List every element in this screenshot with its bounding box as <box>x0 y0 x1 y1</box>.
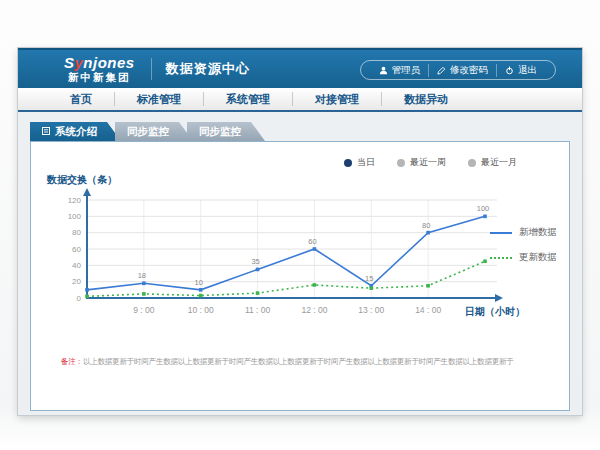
svg-text:60: 60 <box>308 237 316 246</box>
radio-label: 当日 <box>357 156 375 169</box>
chart-area: 0204060801001209 : 0010 : 0011 : 0012 : … <box>45 186 515 326</box>
main-nav: 首页 标准管理 系统管理 对接管理 数据异动 <box>18 88 582 112</box>
radio-unselected-icon <box>468 159 476 167</box>
radio-last-month[interactable]: 最近一月 <box>468 156 517 169</box>
legend-item-new-data[interactable]: 新增数据 <box>490 226 557 239</box>
nav-item-home[interactable]: 首页 <box>48 92 114 106</box>
document-icon <box>42 122 50 141</box>
nav-item-interface-mgmt[interactable]: 对接管理 <box>292 92 381 106</box>
dotted-line-swatch <box>490 257 512 259</box>
svg-text:15: 15 <box>365 274 373 283</box>
nav-item-system-mgmt[interactable]: 系统管理 <box>203 92 292 106</box>
nav-item-standard-mgmt[interactable]: 标准管理 <box>114 92 203 106</box>
svg-text:13 : 00: 13 : 00 <box>358 305 384 315</box>
change-password-button[interactable]: 修改密码 <box>428 64 496 77</box>
user-label: 管理员 <box>392 64 421 77</box>
svg-text:100: 100 <box>477 204 490 213</box>
line-chart: 0204060801001209 : 0010 : 0011 : 0012 : … <box>45 186 515 326</box>
legend-label: 更新数据 <box>519 251 557 264</box>
app-header: Synjones 新中新集团 数据资源中心 管理员 修改密码 <box>18 48 582 88</box>
chart-legend: 新增数据 更新数据 <box>490 226 557 264</box>
solid-line-swatch <box>490 232 512 234</box>
svg-text:100: 100 <box>68 212 82 221</box>
header-divider <box>151 58 152 80</box>
content-panel: 当日 最近一周 最近一月 数据交换（条） 0204060801001209 : … <box>30 141 570 411</box>
logo-wordmark: Synjones <box>64 55 135 70</box>
page-title: 数据资源中心 <box>166 60 250 78</box>
power-icon <box>505 66 514 75</box>
tab-bar: 系统介绍 同步监控 同步监控 <box>30 122 265 141</box>
svg-text:10: 10 <box>195 278 203 287</box>
page-background: Synjones 新中新集团 数据资源中心 管理员 修改密码 <box>0 0 600 450</box>
svg-text:0: 0 <box>77 294 82 303</box>
tab-label: 同步监控 <box>199 122 241 141</box>
tab-label: 系统介绍 <box>55 122 97 141</box>
edit-icon <box>437 66 446 75</box>
svg-text:12 : 00: 12 : 00 <box>301 305 327 315</box>
svg-text:20: 20 <box>72 277 81 286</box>
footer-note: 备注：以上数据更新于时间产生数据以上数据更新于时间产生数据以上数据更新于时间产生… <box>61 357 555 367</box>
svg-text:80: 80 <box>72 228 81 237</box>
logo-subtitle: 新中新集团 <box>68 72 131 83</box>
tab-system-intro[interactable]: 系统介绍 <box>30 122 121 141</box>
svg-text:40: 40 <box>72 261 81 270</box>
tab-sync-monitor-2[interactable]: 同步监控 <box>187 122 265 141</box>
user-toolbar: 管理员 修改密码 退出 <box>360 60 557 80</box>
svg-text:9 : 00: 9 : 00 <box>133 305 155 315</box>
note-text: 以上数据更新于时间产生数据以上数据更新于时间产生数据以上数据更新于时间产生数据以… <box>83 357 514 366</box>
app-window: Synjones 新中新集团 数据资源中心 管理员 修改密码 <box>18 48 582 415</box>
user-menu[interactable]: 管理员 <box>371 64 429 77</box>
nav-item-data-change[interactable]: 数据异动 <box>381 92 470 106</box>
y-axis-title: 数据交换（条） <box>47 173 117 187</box>
change-password-label: 修改密码 <box>450 64 488 77</box>
svg-text:60: 60 <box>72 245 81 254</box>
svg-text:120: 120 <box>68 196 82 205</box>
svg-text:18: 18 <box>138 271 146 280</box>
legend-item-updated-data[interactable]: 更新数据 <box>490 251 557 264</box>
radio-selected-icon <box>344 159 352 167</box>
logout-button[interactable]: 退出 <box>496 64 545 77</box>
x-axis-title: 日期（小时） <box>465 305 525 319</box>
svg-text:35: 35 <box>251 257 259 266</box>
tab-label: 同步监控 <box>127 122 169 141</box>
svg-text:10 : 00: 10 : 00 <box>188 305 214 315</box>
svg-text:80: 80 <box>422 221 430 230</box>
time-range-filter: 当日 最近一周 最近一月 <box>344 156 517 169</box>
radio-label: 最近一月 <box>481 156 517 169</box>
radio-label: 最近一周 <box>410 156 446 169</box>
company-logo: Synjones 新中新集团 <box>64 55 135 83</box>
radio-last-week[interactable]: 最近一周 <box>397 156 446 169</box>
user-icon <box>379 66 388 75</box>
radio-today[interactable]: 当日 <box>344 156 375 169</box>
radio-unselected-icon <box>397 159 405 167</box>
tab-sync-monitor-1[interactable]: 同步监控 <box>115 122 193 141</box>
svg-text:11 : 00: 11 : 00 <box>245 305 271 315</box>
svg-text:14 : 00: 14 : 00 <box>415 305 441 315</box>
legend-label: 新增数据 <box>519 226 557 239</box>
logout-label: 退出 <box>518 64 537 77</box>
note-prefix: 备注： <box>61 357 83 366</box>
